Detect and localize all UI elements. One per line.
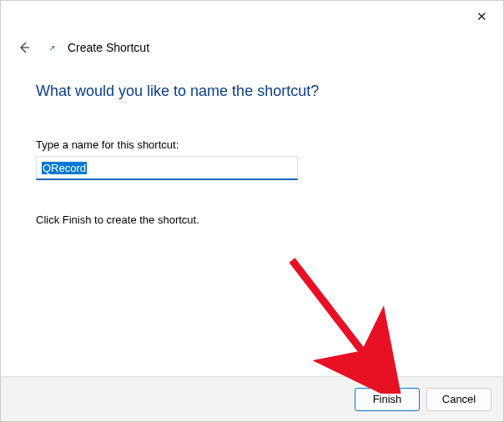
close-icon[interactable]: ✕ bbox=[471, 7, 491, 27]
footer-bar: Finish Cancel bbox=[1, 376, 503, 421]
name-field-label: Type a name for this shortcut: bbox=[36, 138, 468, 151]
instruction-text: Click Finish to create the shortcut. bbox=[36, 214, 468, 226]
back-button[interactable] bbox=[16, 39, 33, 56]
header-row: ↗ Create Shortcut bbox=[1, 33, 503, 59]
page-title: Create Shortcut bbox=[68, 41, 149, 54]
shortcut-arrow-icon: ↗ bbox=[46, 42, 58, 53]
create-shortcut-wizard: ✕ ↗ Create Shortcut What would you like … bbox=[0, 0, 504, 422]
input-selected-text: QRecord bbox=[42, 162, 87, 174]
shortcut-name-input[interactable]: QRecord bbox=[36, 156, 298, 180]
back-arrow-icon bbox=[18, 41, 31, 54]
finish-button[interactable]: Finish bbox=[355, 388, 420, 411]
cancel-button[interactable]: Cancel bbox=[426, 388, 491, 411]
content-area: What would you like to name the shortcut… bbox=[1, 59, 503, 376]
wizard-question: What would you like to name the shortcut… bbox=[36, 83, 468, 100]
titlebar: ✕ bbox=[1, 1, 503, 33]
